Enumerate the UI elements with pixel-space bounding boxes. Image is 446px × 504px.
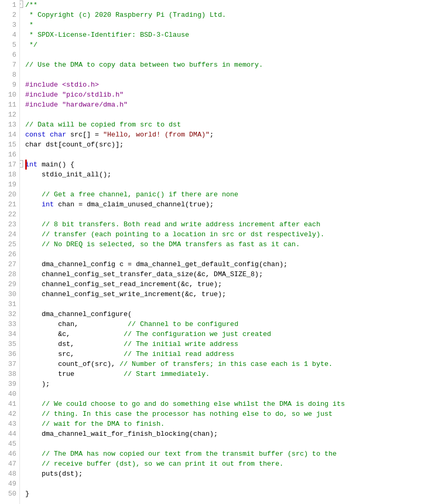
code-line: true // Start immediately. xyxy=(25,369,446,379)
line-number: 2 xyxy=(0,10,19,20)
line-number: 36 xyxy=(0,349,19,359)
code-token: chan = dma_claim_unused_channel(true); xyxy=(54,200,214,209)
code-area: −/** * Copyright (c) 2020 Raspberry Pi (… xyxy=(20,0,446,504)
code-line: dma_channel_configure( xyxy=(25,309,446,319)
line-number: 43 xyxy=(0,419,19,429)
line-number: 8 xyxy=(0,70,19,80)
code-token: // No DREQ is selected, so the DMA trans… xyxy=(25,239,300,249)
code-line: count_of(src), // Number of transfers; i… xyxy=(25,359,446,369)
line-number: 50 xyxy=(0,489,19,499)
empty-line xyxy=(25,249,29,259)
empty-line xyxy=(25,299,29,309)
code-token: // thing. In this case the processor has… xyxy=(25,409,333,419)
code-token: // Start immediately. xyxy=(123,369,210,379)
line-number: 6 xyxy=(0,50,19,60)
code-line: channel_config_set_write_increment(&c, t… xyxy=(25,289,446,299)
code-line xyxy=(25,180,446,190)
code-line xyxy=(25,249,446,259)
code-token: count_of(src), xyxy=(25,359,119,369)
code-line: */ xyxy=(25,40,446,50)
empty-line xyxy=(25,150,29,160)
line-number: 29 xyxy=(0,279,19,289)
code-token: #include "pico/stdlib.h" xyxy=(25,90,123,100)
code-line: dma_channel_config c = dma_channel_get_d… xyxy=(25,259,446,269)
line-number: 9 xyxy=(0,80,19,90)
code-token: */ xyxy=(25,40,37,50)
line-number: 41 xyxy=(0,399,19,409)
code-token: /** xyxy=(25,0,37,10)
line-number: 24 xyxy=(0,229,19,239)
code-line: // receive buffer (dst), so we can print… xyxy=(25,459,446,469)
code-token: // The initial write address xyxy=(123,339,238,349)
line-number: 34 xyxy=(0,329,19,339)
line-number: 30 xyxy=(0,289,19,299)
line-number: 42 xyxy=(0,409,19,419)
code-token: // Number of transfers; in this case eac… xyxy=(119,359,333,369)
line-number: 12 xyxy=(0,110,19,120)
code-token: int xyxy=(25,160,37,170)
code-token: char dst[count_of(src)]; xyxy=(25,140,123,150)
line-number: 47 xyxy=(0,459,19,469)
code-token: // wait for the DMA to finish. xyxy=(25,419,164,429)
code-token: * SPDX-License-Identifier: BSD-3-Clause xyxy=(25,30,189,40)
code-token: src, xyxy=(25,349,123,359)
code-token: dst, xyxy=(25,339,123,349)
code-token: const char xyxy=(25,130,66,140)
code-token: src[] = xyxy=(66,130,103,140)
code-token: true xyxy=(25,369,123,379)
code-line: #include <stdio.h> xyxy=(25,80,446,90)
code-line: −/** xyxy=(25,0,446,10)
code-token: } xyxy=(25,489,29,499)
code-line: // thing. In this case the processor has… xyxy=(25,409,446,419)
code-line xyxy=(25,389,446,399)
code-token: // receive buffer (dst), so we can print… xyxy=(25,459,283,469)
empty-line xyxy=(25,50,29,60)
code-line xyxy=(25,70,446,80)
code-token: &c, xyxy=(25,329,123,339)
code-token: // 8 bit transfers. Both read and write … xyxy=(25,219,320,229)
line-number: 5 xyxy=(0,40,19,50)
code-line: ); xyxy=(25,379,446,389)
code-line xyxy=(25,209,446,219)
line-number: 17 xyxy=(0,160,19,170)
code-line: src, // The initial read address xyxy=(25,349,446,359)
code-token: * Copyright (c) 2020 Raspberry Pi (Tradi… xyxy=(25,10,226,20)
code-token: ); xyxy=(25,379,50,389)
line-number: 48 xyxy=(0,469,19,479)
code-line: // The DMA has now copied our text from … xyxy=(25,449,446,459)
code-line: // transfer (each pointing to a location… xyxy=(25,229,446,239)
code-token: // Data will be copied from src to dst xyxy=(25,120,181,130)
line-number: 44 xyxy=(0,429,19,439)
code-line: * SPDX-License-Identifier: BSD-3-Clause xyxy=(25,30,446,40)
line-number: 32 xyxy=(0,309,19,319)
code-line: dst, // The initial write address xyxy=(25,339,446,349)
line-number: 45 xyxy=(0,439,19,449)
line-number: 33 xyxy=(0,319,19,329)
line-number: 25 xyxy=(0,239,19,249)
code-token: channel_config_set_transfer_data_size(&c… xyxy=(25,269,263,279)
code-token: // The configuration we just created xyxy=(123,329,271,339)
line-number: 10 xyxy=(0,90,19,100)
code-token: // Use the DMA to copy data between two … xyxy=(25,60,263,70)
line-number: 38 xyxy=(0,369,19,379)
code-line: // 8 bit transfers. Both read and write … xyxy=(25,219,446,229)
line-number: 13 xyxy=(0,120,19,130)
line-number: 21 xyxy=(0,200,19,209)
code-line: // Data will be copied from src to dst xyxy=(25,120,446,130)
line-number: 37 xyxy=(0,359,19,369)
code-token: // transfer (each pointing to a location… xyxy=(25,229,325,239)
code-line: int chan = dma_claim_unused_channel(true… xyxy=(25,200,446,209)
line-number: 19 xyxy=(0,180,19,190)
fold-marker[interactable]: − xyxy=(20,160,23,167)
line-number: 3 xyxy=(0,20,19,30)
code-line xyxy=(25,110,446,120)
fold-marker[interactable]: − xyxy=(20,1,23,8)
code-token: main() { xyxy=(37,160,74,170)
code-token: // Get a free channel, panic() if there … xyxy=(25,190,238,200)
code-token: puts(dst); xyxy=(25,469,82,479)
code-token: stdio_init_all(); xyxy=(25,170,111,180)
line-number: 49 xyxy=(0,479,19,489)
code-token: dma_channel_configure( xyxy=(25,309,132,319)
code-token: #include "hardware/dma.h" xyxy=(25,100,128,110)
code-line: channel_config_set_read_increment(&c, tr… xyxy=(25,279,446,289)
